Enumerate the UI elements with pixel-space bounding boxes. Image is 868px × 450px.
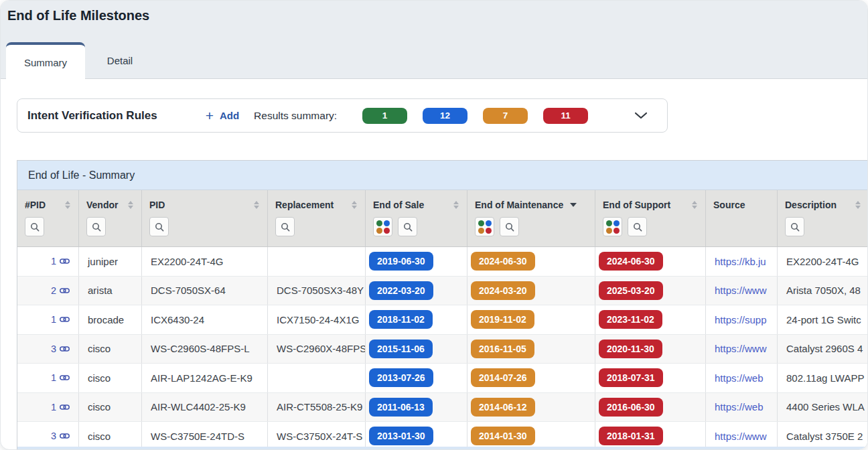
- eol-summary-table: End of Life - Summary #PID Vendor: [17, 160, 868, 450]
- plus-icon: +: [206, 109, 214, 123]
- sort-header[interactable]: Replacement: [275, 199, 357, 211]
- pid-cell: DCS-7050SX-64: [142, 277, 268, 305]
- table-row: 3 cisco WS-C3750E-24TD-S WS-C3750X-24T-S…: [17, 422, 868, 450]
- sort-header[interactable]: PID: [149, 199, 259, 211]
- result-badge-blue[interactable]: 12: [423, 108, 467, 124]
- tab-detail[interactable]: Detail: [85, 42, 155, 79]
- source-link[interactable]: https://web: [715, 401, 764, 412]
- link-icon: [60, 404, 70, 410]
- column-label: Source: [713, 199, 769, 211]
- end-of-sale-badge: 2015-11-06: [369, 340, 433, 358]
- pid-cell: WS-C3750E-24TD-S: [142, 422, 268, 450]
- search-icon: [92, 222, 101, 232]
- column-header-description: Description: [778, 190, 868, 246]
- end-of-support-badge: 2020-11-30: [599, 340, 662, 358]
- source-link[interactable]: https://www: [715, 343, 767, 354]
- sort-both-icon: [65, 201, 70, 209]
- pid-cell: AIR-WLC4402-25-K9: [142, 393, 268, 422]
- color-filter-button[interactable]: [373, 217, 392, 236]
- source-link[interactable]: https://kb.ju: [715, 256, 766, 267]
- replacement-cell: [268, 247, 366, 276]
- end-of-maintenance-badge: 2024-03-20: [471, 281, 535, 300]
- pid-count-link[interactable]: 3: [51, 431, 70, 441]
- description-cell: 4400 Series WLA: [778, 393, 868, 422]
- link-icon: [60, 346, 70, 352]
- search-filter-button[interactable]: [785, 217, 804, 236]
- horizontal-scrollbar[interactable]: [17, 447, 868, 450]
- table-row: 3 cisco WS-C2960S-48FPS-L WS-C2960X-48FP…: [17, 335, 868, 364]
- pid-count-link[interactable]: 1: [51, 372, 70, 383]
- search-filter-button[interactable]: [398, 217, 417, 236]
- vendor-cell: brocade: [79, 305, 142, 334]
- app-window: End of Life Milestones Summary Detail In…: [0, 0, 868, 450]
- search-filter-button[interactable]: [86, 217, 106, 236]
- sort-both-icon: [352, 201, 357, 209]
- sort-header[interactable]: End of Support: [603, 199, 697, 211]
- result-badge-red[interactable]: 11: [543, 108, 588, 124]
- link-icon: [60, 258, 70, 265]
- pid-cell: EX2200-24T-4G: [142, 247, 268, 276]
- end-of-maintenance-badge: 2024-06-30: [471, 252, 535, 271]
- column-header-pid: PID: [142, 190, 268, 246]
- replacement-cell: WS-C2960X-48FPS: [268, 335, 366, 364]
- color-filter-button[interactable]: [603, 217, 622, 236]
- pid-count-link[interactable]: 1: [51, 314, 70, 325]
- search-icon: [281, 222, 290, 232]
- sort-header[interactable]: Vendor: [86, 199, 133, 211]
- search-filter-button[interactable]: [628, 217, 647, 236]
- page-title: End of Life Milestones: [7, 8, 149, 23]
- pid-count-link[interactable]: 2: [51, 285, 70, 296]
- link-icon: [60, 374, 70, 381]
- source-link[interactable]: https://supp: [715, 314, 767, 325]
- tab-summary[interactable]: Summary: [6, 42, 85, 80]
- end-of-maintenance-badge: 2014-07-26: [471, 368, 535, 387]
- source-link[interactable]: https://web: [715, 372, 764, 384]
- pid-count-link[interactable]: 1: [51, 256, 70, 267]
- table-title: End of Life - Summary: [17, 161, 868, 190]
- end-of-sale-badge: 2011-06-13: [369, 398, 433, 417]
- table-row: 1 cisco AIR-WLC4402-25-K9 AIR-CT5508-25-…: [17, 393, 868, 423]
- search-icon: [505, 222, 514, 232]
- description-cell: EX2200-24T-4G: [778, 247, 868, 276]
- end-of-support-badge: 2023-11-02: [599, 310, 662, 329]
- table-header-row: #PID Vendor: [17, 190, 868, 247]
- search-filter-button[interactable]: [500, 217, 519, 236]
- column-header-end-of-maintenance: End of Maintenance: [467, 190, 595, 246]
- pid-count-link[interactable]: 3: [51, 344, 70, 354]
- replacement-cell: DCS-7050SX3-48Y: [268, 277, 366, 305]
- chevron-down-icon: [634, 112, 648, 119]
- pid-count-link[interactable]: 1: [51, 402, 70, 412]
- pid-cell: WS-C2960S-48FPS-L: [142, 335, 268, 364]
- rules-panel-title: Intent Verification Rules: [27, 109, 157, 123]
- sort-header[interactable]: Description: [785, 199, 861, 211]
- color-dots-icon: [376, 220, 390, 234]
- pid-cell: AIR-LAP1242AG-E-K9: [142, 364, 268, 392]
- replacement-cell: ICX7150-24-4X1G: [268, 305, 366, 334]
- sort-both-icon: [855, 201, 861, 209]
- vendor-cell: cisco: [79, 364, 142, 392]
- sort-header[interactable]: #PID: [25, 199, 70, 211]
- search-icon: [30, 222, 40, 232]
- description-cell: Catalyst 3750E 2: [778, 422, 868, 450]
- search-filter-button[interactable]: [25, 217, 44, 236]
- table-row: 2 arista DCS-7050SX-64 DCS-7050SX3-48Y 2…: [17, 277, 868, 306]
- sort-both-icon: [453, 201, 459, 209]
- sort-header[interactable]: End of Sale: [373, 199, 459, 211]
- search-icon: [633, 222, 642, 232]
- column-header-source: Source: [706, 190, 778, 246]
- end-of-maintenance-badge: 2016-11-05: [471, 340, 534, 358]
- source-link[interactable]: https://www: [715, 431, 767, 442]
- result-badge-orange[interactable]: 7: [483, 108, 528, 124]
- search-filter-button[interactable]: [275, 217, 295, 236]
- color-filter-button[interactable]: [475, 217, 494, 236]
- search-filter-button[interactable]: [149, 217, 169, 236]
- sort-header[interactable]: End of Maintenance: [475, 199, 587, 211]
- collapse-panel-button[interactable]: [634, 112, 648, 119]
- result-badge-green[interactable]: 1: [362, 108, 407, 124]
- column-header-replacement: Replacement: [268, 190, 366, 246]
- tab-summary-label: Summary: [24, 57, 67, 68]
- sort-desc-icon: [570, 203, 577, 207]
- add-rule-button[interactable]: + Add: [206, 109, 239, 123]
- source-link[interactable]: https://www: [715, 285, 767, 296]
- results-summary-label: Results summary:: [254, 110, 337, 122]
